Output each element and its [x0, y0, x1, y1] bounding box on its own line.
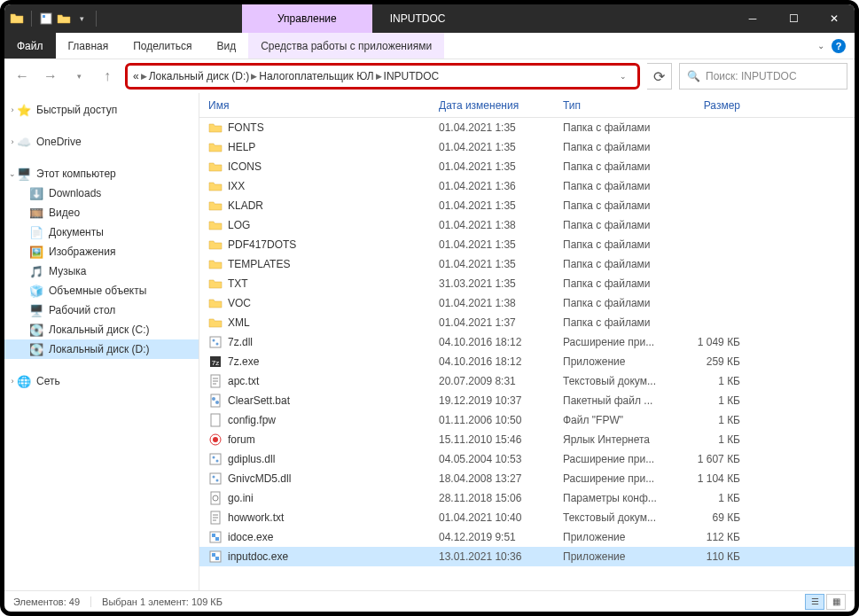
nav-network[interactable]: ›🌐Сеть	[4, 371, 199, 391]
svg-point-13	[215, 401, 219, 404]
breadcrumb-inputdoc[interactable]: INPUTDOC	[384, 70, 440, 82]
folder-icon	[10, 12, 24, 26]
file-list[interactable]: FONTS01.04.2021 1:35Папка с файламиHELP0…	[199, 118, 855, 590]
file-type: Папка с файлами	[554, 141, 678, 153]
tab-share[interactable]: Поделиться	[121, 33, 204, 58]
file-row[interactable]: PDF417DOTS01.04.2021 1:35Папка с файлами	[199, 235, 855, 254]
nav-pictures[interactable]: 🖼️Изображения	[4, 242, 199, 261]
file-icon	[208, 179, 223, 193]
file-row[interactable]: TXT31.03.2021 1:35Папка с файлами	[199, 274, 855, 293]
file-type: Приложение	[554, 355, 678, 368]
file-row[interactable]: gdiplus.dll04.05.2004 10:53Расширение пр…	[199, 449, 855, 469]
file-row[interactable]: forum15.11.2010 15:46Ярлык Интернета1 КБ	[199, 430, 855, 449]
up-button[interactable]: ↑	[97, 66, 118, 87]
file-icon: 7z	[208, 355, 223, 369]
new-folder-icon[interactable]	[57, 12, 71, 26]
tab-view[interactable]: Вид	[204, 33, 248, 58]
maximize-button[interactable]: ☐	[773, 4, 814, 33]
qat-dropdown-icon[interactable]: ▾	[74, 12, 89, 26]
file-icon	[208, 452, 223, 466]
tab-app-tools[interactable]: Средства работы с приложениями	[248, 33, 444, 58]
column-type[interactable]: Тип	[554, 99, 678, 112]
address-dropdown-icon[interactable]: ⌄	[614, 72, 632, 81]
nav-music[interactable]: 🎵Музыка	[4, 261, 199, 281]
svg-rect-34	[215, 557, 219, 560]
svg-point-19	[216, 460, 219, 463]
file-tab[interactable]: Файл	[4, 33, 56, 58]
file-date: 01.04.2021 1:37	[430, 316, 554, 329]
close-button[interactable]: ✕	[814, 4, 855, 33]
file-row[interactable]: idoce.exe04.12.2019 9:51Приложение112 КБ	[199, 527, 855, 547]
svg-point-21	[213, 476, 215, 479]
file-row[interactable]: HELP01.04.2021 1:35Папка с файлами	[199, 137, 855, 157]
file-row[interactable]: inputdoc.exe13.01.2021 10:36Приложение11…	[199, 547, 855, 566]
nav-quick-access[interactable]: ›⭐Быстрый доступ	[4, 100, 199, 120]
breadcrumb-disk-d[interactable]: Локальный диск (D:)	[149, 70, 250, 82]
column-headers[interactable]: Имя Дата изменения Тип Размер	[199, 93, 855, 118]
file-row[interactable]: XML01.04.2021 1:37Папка с файлами	[199, 313, 855, 332]
status-selection: Выбран 1 элемент: 109 КБ	[102, 597, 223, 607]
file-row[interactable]: go.ini28.11.2018 15:06Параметры конф...1…	[199, 488, 855, 508]
address-bar[interactable]: « ▶ Локальный диск (D:) ▶ Налогоплательщ…	[125, 63, 640, 90]
nav-onedrive[interactable]: ›☁️OneDrive	[4, 132, 199, 152]
navigation-pane[interactable]: ›⭐Быстрый доступ ›☁️OneDrive ⌄🖥️Этот ком…	[4, 93, 199, 590]
ribbon-context-label: Управление	[242, 4, 372, 33]
file-row[interactable]: KLADR01.04.2021 1:35Папка с файлами	[199, 196, 855, 215]
search-input[interactable]: 🔍 Поиск: INPUTDOC	[679, 63, 847, 90]
file-icon	[208, 394, 223, 408]
breadcrumb-taxpayer[interactable]: Налогоплательщик ЮЛ	[259, 70, 373, 82]
file-icon	[208, 550, 223, 564]
nav-documents[interactable]: 📄Документы	[4, 222, 199, 242]
file-size: 1 КБ	[678, 492, 749, 504]
nav-downloads[interactable]: ⬇️Downloads	[4, 183, 199, 203]
file-row[interactable]: ICONS01.04.2021 1:35Папка с файлами	[199, 157, 855, 176]
file-date: 01.04.2021 1:38	[430, 219, 554, 231]
music-icon: 🎵	[29, 264, 43, 278]
column-name[interactable]: Имя	[199, 99, 430, 112]
file-row[interactable]: VOC01.04.2021 1:38Папка с файлами	[199, 293, 855, 313]
nav-3d-objects[interactable]: 🧊Объемные объекты	[4, 281, 199, 300]
breadcrumb-overflow[interactable]: «	[133, 70, 139, 82]
file-row[interactable]: GnivcMD5.dll18.04.2008 13:27Расширение п…	[199, 469, 855, 488]
file-icon	[208, 335, 223, 349]
file-type: Папка с файлами	[554, 199, 678, 212]
file-row[interactable]: 7z.dll04.10.2016 18:12Расширение при...1…	[199, 332, 855, 352]
file-row[interactable]: LOG01.04.2021 1:38Папка с файлами	[199, 215, 855, 235]
refresh-button[interactable]: ⟳	[647, 63, 672, 90]
file-row[interactable]: 7z7z.exe04.10.2016 18:12Приложение259 КБ	[199, 352, 855, 371]
properties-icon[interactable]	[39, 12, 53, 26]
file-row[interactable]: apc.txt20.07.2009 8:31Текстовый докум...…	[199, 371, 855, 391]
navbar: ← → ▾ ↑ « ▶ Локальный диск (D:) ▶ Налого…	[4, 59, 855, 93]
nav-desktop[interactable]: 🖥️Рабочий стол	[4, 300, 199, 320]
view-thumbnails-button[interactable]: ▦	[826, 594, 846, 610]
file-name: GnivcMD5.dll	[228, 472, 291, 485]
file-row[interactable]: config.fpw01.11.2006 10:50Файл "FPW"1 КБ	[199, 410, 855, 430]
view-details-button[interactable]: ☰	[805, 594, 824, 610]
file-row[interactable]: TEMPLATES01.04.2021 1:35Папка с файлами	[199, 254, 855, 274]
file-row[interactable]: howwork.txt01.04.2021 10:40Текстовый док…	[199, 508, 855, 527]
help-icon[interactable]: ?	[832, 39, 846, 53]
tab-home[interactable]: Главная	[56, 33, 121, 58]
column-size[interactable]: Размер	[678, 99, 749, 112]
file-row[interactable]: FONTS01.04.2021 1:35Папка с файлами	[199, 118, 855, 137]
file-type: Текстовый докум...	[554, 511, 678, 524]
file-name: forum	[228, 433, 255, 446]
column-date[interactable]: Дата изменения	[430, 99, 554, 112]
file-name: KLADR	[228, 199, 263, 212]
back-button[interactable]: ←	[12, 66, 33, 87]
file-row[interactable]: IXX01.04.2021 1:36Папка с файлами	[199, 176, 855, 196]
file-name: LOG	[228, 219, 250, 231]
nav-videos[interactable]: 🎞️Видео	[4, 203, 199, 222]
file-date: 13.01.2021 10:36	[430, 550, 554, 563]
nav-disk-d[interactable]: 💽Локальный диск (D:)	[4, 339, 199, 359]
minimize-button[interactable]: ─	[732, 4, 773, 33]
forward-button[interactable]: →	[40, 66, 61, 87]
file-icon	[208, 238, 223, 252]
file-date: 01.04.2021 1:35	[430, 258, 554, 270]
svg-rect-33	[212, 553, 215, 557]
file-row[interactable]: ClearSett.bat19.12.2019 10:37Пакетный фа…	[199, 391, 855, 410]
nav-disk-c[interactable]: 💽Локальный диск (C:)	[4, 320, 199, 339]
nav-this-pc[interactable]: ⌄🖥️Этот компьютер	[4, 164, 199, 183]
recent-dropdown[interactable]: ▾	[68, 66, 90, 87]
ribbon-expand-icon[interactable]: ⌄	[817, 41, 824, 51]
